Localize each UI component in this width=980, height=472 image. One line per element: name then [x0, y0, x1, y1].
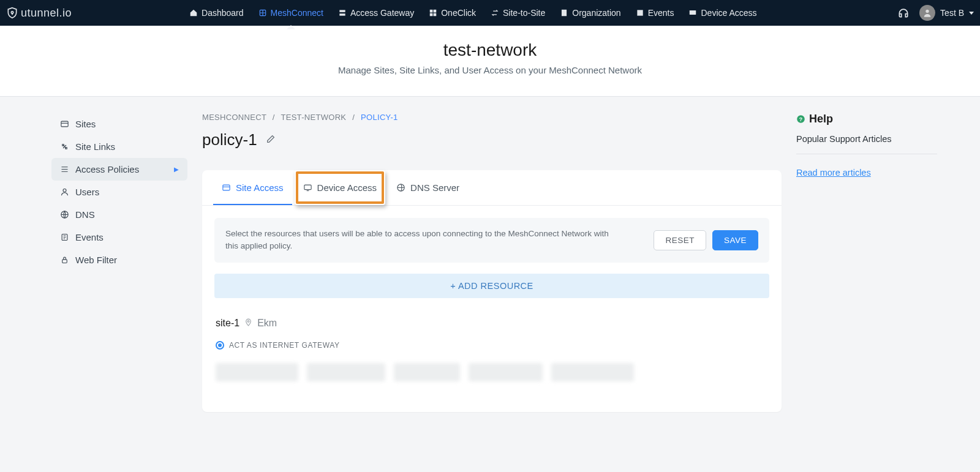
brand-logo[interactable]: utunnel.io [6, 7, 72, 20]
help-icon: ? [796, 114, 805, 124]
sidebar-users-label: Users [75, 187, 99, 197]
breadcrumb: MESHCONNECT / TEST-NETWORK / POLICY-1 [202, 113, 782, 122]
site-name: site-1 [216, 318, 239, 329]
tab-device-access[interactable]: Device Access [295, 170, 386, 205]
crumb-test-network[interactable]: TEST-NETWORK [281, 113, 346, 122]
location-icon [244, 318, 252, 329]
resource-chip[interactable]: 192.168.0.0/22 [307, 363, 385, 381]
nav-oneclick-label: OneClick [441, 8, 476, 18]
sites-icon [60, 119, 69, 129]
brand-text: utunnel.io [21, 7, 72, 20]
sidebar-access-policies[interactable]: Access Policies ▶ [51, 158, 187, 181]
nav-oneclick[interactable]: OneClick [421, 0, 483, 26]
site-section: site-1 Ekm ACT AS INTERNET GATEWAY 192.1… [214, 318, 769, 400]
svg-point-0 [11, 12, 13, 13]
sidebar-users[interactable]: Users [51, 181, 187, 203]
svg-point-20 [247, 320, 249, 322]
tabs: Site Access Device Access DNS Server [202, 170, 782, 206]
svg-rect-2 [339, 10, 345, 12]
svg-rect-16 [62, 260, 67, 263]
resource-chip[interactable]: 192.168.40.0/24 [551, 363, 634, 381]
nav-dashboard[interactable]: Dashboard [182, 0, 251, 26]
edit-icon[interactable] [266, 134, 276, 146]
nav-access-gateway[interactable]: Access Gateway [331, 0, 421, 26]
add-resource-button[interactable]: + ADD RESOURCE [214, 274, 769, 298]
sidebar-web-filter[interactable]: Web Filter [51, 249, 187, 271]
server-icon [338, 9, 347, 17]
resource-chip[interactable]: 192.168.10.0/24 [216, 363, 298, 381]
radio-on-icon [216, 341, 224, 350]
shield-lock-icon [6, 7, 18, 19]
user-menu[interactable]: Test B [919, 5, 974, 21]
user-icon [60, 187, 69, 197]
resource-chips: 192.168.10.0/24 192.168.0.0/22 10.0.0.0/… [216, 363, 768, 381]
lock-icon [60, 255, 69, 264]
nav-events[interactable]: Events [628, 0, 682, 26]
sidebar: Sites Site Links Access Policies ▶ Users… [51, 113, 187, 271]
sidebar-sites-label: Sites [75, 119, 96, 129]
resource-chip[interactable]: 10.0.0.0/24 [394, 363, 460, 381]
nav-organization-label: Organization [572, 8, 620, 18]
chevron-right-icon: ▶ [174, 166, 179, 173]
svg-rect-6 [430, 13, 433, 17]
nav-site-to-site[interactable]: Site-to-Site [483, 0, 552, 26]
svg-rect-3 [339, 13, 345, 16]
swap-icon [491, 9, 499, 17]
avatar-icon [919, 5, 935, 21]
nav-meshconnect[interactable]: MeshConnect [251, 0, 331, 26]
sidebar-sites[interactable]: Sites [51, 113, 187, 135]
nav-access-gateway-label: Access Gateway [350, 8, 414, 18]
site-access-icon [222, 183, 231, 192]
policies-icon [60, 165, 69, 174]
list-icon [636, 9, 644, 17]
internet-gateway-option[interactable]: ACT AS INTERNET GATEWAY [216, 341, 768, 350]
page-banner: test-network Manage Sites, Site Links, a… [0, 26, 980, 97]
read-more-link[interactable]: Read more articles [796, 168, 871, 178]
tab-site-access[interactable]: Site Access [213, 170, 292, 205]
nav-dashboard-label: Dashboard [202, 8, 244, 18]
sidebar-events-label: Events [75, 232, 104, 242]
reset-button[interactable]: RESET [654, 230, 706, 250]
tab-dns-server[interactable]: DNS Server [388, 170, 468, 205]
save-button[interactable]: SAVE [712, 230, 758, 250]
svg-rect-12 [61, 121, 68, 127]
resource-chip[interactable]: 172.16.0.0/20 [469, 363, 543, 381]
nav-events-label: Events [648, 8, 674, 18]
device-icon [688, 9, 697, 17]
sidebar-events[interactable]: Events [51, 226, 187, 249]
svg-rect-8 [562, 10, 567, 17]
divider [796, 154, 937, 154]
svg-rect-4 [430, 10, 433, 13]
info-text: Select the resources that users will be … [225, 228, 617, 253]
nav-device-access[interactable]: Device Access [681, 0, 764, 26]
crumb-current: POLICY-1 [361, 113, 398, 122]
sidebar-site-links[interactable]: Site Links [51, 135, 187, 158]
sidebar-dns[interactable]: DNS [51, 203, 187, 226]
links-icon [60, 142, 69, 151]
nav-site-to-site-label: Site-to-Site [503, 8, 545, 18]
help-subtitle: Popular Support Articles [796, 134, 937, 144]
tab-site-access-label: Site Access [236, 182, 284, 193]
help-column: ? Help Popular Support Articles Read mor… [796, 113, 937, 178]
top-nav: utunnel.io Dashboard MeshConnect Access … [0, 0, 980, 26]
chevron-down-icon [969, 12, 974, 15]
svg-text:?: ? [799, 116, 802, 122]
svg-rect-5 [434, 10, 437, 13]
nav-organization[interactable]: Organization [552, 0, 628, 26]
tab-dns-server-label: DNS Server [410, 182, 459, 193]
sidebar-access-policies-label: Access Policies [75, 164, 139, 174]
support-icon[interactable] [897, 7, 910, 19]
dns-server-icon [396, 183, 405, 192]
svg-rect-7 [434, 13, 437, 17]
banner-title: test-network [0, 40, 980, 60]
policy-card: Site Access Device Access DNS Server Sel… [202, 170, 782, 412]
mesh-icon [258, 9, 267, 17]
sidebar-web-filter-label: Web Filter [75, 255, 117, 265]
sidebar-dns-label: DNS [75, 209, 95, 220]
device-access-icon [303, 183, 312, 192]
svg-point-13 [63, 189, 66, 192]
svg-rect-17 [223, 185, 230, 190]
crumb-meshconnect[interactable]: MESHCONNECT [202, 113, 266, 122]
banner-subtitle: Manage Sites, Site Links, and User Acces… [0, 65, 980, 75]
nav-items: Dashboard MeshConnect Access Gateway One… [182, 0, 764, 26]
